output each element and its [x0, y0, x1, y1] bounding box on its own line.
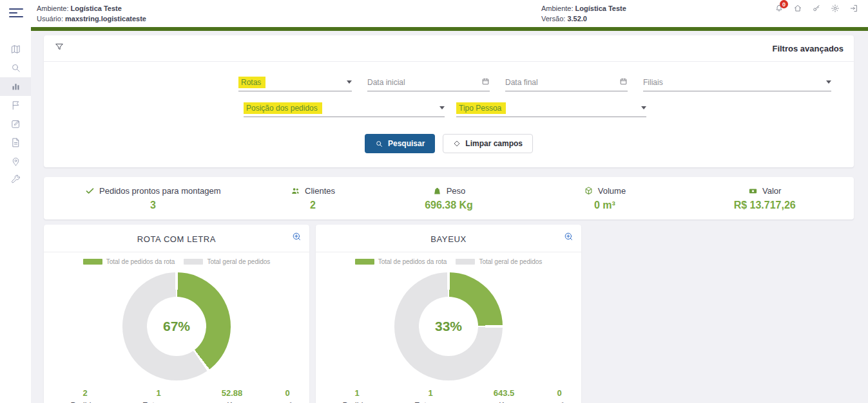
environment-info: Ambiente: Logística Teste Usuário: maxst… [37, 4, 146, 24]
money-icon [748, 186, 758, 196]
clear-fields-button[interactable]: Limpar campos [443, 134, 533, 153]
home-icon[interactable] [791, 2, 804, 15]
weight-icon [432, 186, 442, 196]
document-icon[interactable] [0, 133, 31, 152]
filter-row-2: Posição dos pedidos Tipo Pessoa [244, 102, 854, 117]
search-icon [375, 140, 383, 148]
eraser-icon [453, 140, 461, 147]
gear-icon[interactable] [829, 2, 842, 15]
filter-row-1: Rotas Data inicial Data final Filiais [238, 76, 854, 91]
chevron-down-icon [641, 106, 646, 109]
stat-value: 1 [394, 388, 467, 398]
donut-chart[interactable]: 67% [122, 272, 231, 380]
stat-value: 0 [541, 388, 577, 398]
summary-panel: Pedidos prontos para montagem 3 Clientes… [44, 177, 854, 220]
summary-label: Valor [762, 186, 781, 196]
stat-value: 52.88 [195, 388, 269, 398]
route-card-title: ROTA COM LETRA [137, 234, 216, 244]
summary-valor: Valor R$ 13.717,26 [680, 186, 849, 211]
notification-badge: 0 [780, 0, 788, 8]
filiais-select[interactable]: Filiais [643, 76, 831, 91]
legend-label: Total geral de pedidos [479, 258, 542, 265]
tipo-pessoa-select[interactable]: Tipo Pessoa [456, 102, 646, 117]
summary-value: R$ 13.717,26 [734, 200, 796, 211]
summary-clientes: Clientes 2 [257, 186, 369, 211]
route-charts: ROTA COM LETRA Total de pedidos da rota … [44, 225, 854, 403]
rotas-label: Rotas [238, 77, 265, 88]
usuario-label: Usuário: [37, 15, 63, 23]
data-inicial-label: Data inicial [367, 78, 481, 87]
route-card-rota-com-letra: ROTA COM LETRA Total de pedidos da rota … [44, 225, 309, 403]
top-header: Ambiente: Logística Teste Usuário: maxst… [0, 0, 868, 27]
menu-toggle-icon[interactable] [9, 8, 24, 19]
filter-actions: Pesquisar Limpar campos [44, 117, 854, 167]
route-card-title: BAYEUX [430, 234, 466, 244]
legend-swatch-gray [184, 259, 203, 265]
usuario-value: maxstring.logisticateste [65, 15, 146, 23]
versao-label: Versão: [541, 15, 565, 23]
zoom-in-icon[interactable] [564, 232, 574, 244]
map-pin-icon[interactable] [0, 152, 31, 171]
rotas-select[interactable]: Rotas [238, 76, 352, 91]
ambiente-value: Logística Teste [71, 5, 122, 12]
legend-label: Total geral de pedidos [207, 258, 270, 265]
summary-value: 2 [310, 200, 316, 211]
filter-icon[interactable] [54, 42, 64, 55]
route-stats: 2Pedidos 1Entregas 52.88Kg 0m³ [44, 384, 309, 403]
chevron-down-icon [826, 80, 831, 84]
data-final-input[interactable]: Data final [505, 76, 628, 91]
stat-value: 2 [48, 388, 122, 398]
search-button[interactable]: Pesquisar [365, 134, 435, 153]
summary-value: 3 [150, 200, 156, 211]
stat-value: 1 [320, 388, 394, 398]
stat-value: 643.5 [467, 388, 541, 398]
accent-bar [31, 27, 868, 31]
version-info: Ambiente: Logística Teste Versão: 3.52.0 [541, 4, 626, 24]
wrench-icon[interactable] [0, 171, 31, 189]
legend-swatch-gray [456, 259, 475, 265]
logout-icon[interactable] [847, 2, 860, 15]
bell-icon[interactable]: 0 [773, 2, 786, 15]
check-icon [85, 186, 95, 196]
key-icon[interactable] [810, 2, 823, 15]
bar-chart-icon[interactable] [0, 77, 31, 96]
data-inicial-input[interactable]: Data inicial [367, 76, 490, 91]
search-button-label: Pesquisar [388, 139, 425, 148]
ambiente2-value: Logística Teste [575, 5, 626, 12]
summary-label: Pedidos prontos para montagem [99, 186, 221, 196]
posicao-pedidos-select[interactable]: Posição dos pedidos [244, 102, 445, 117]
edit-icon[interactable] [0, 115, 31, 133]
filters-panel: Filtros avançados Rotas Data inicial Dat… [44, 35, 854, 167]
versao-value: 3.52.0 [567, 15, 587, 23]
calendar-icon[interactable] [619, 77, 628, 88]
summary-volume: Volume 0 m³ [529, 186, 681, 211]
calendar-icon[interactable] [481, 77, 490, 88]
stat-value: 0 [269, 388, 305, 398]
users-icon [291, 186, 300, 196]
donut-center-percent: 33% [435, 319, 462, 334]
routes-icon[interactable] [0, 96, 31, 115]
chart-legend: Total de pedidos da rota Total geral de … [316, 252, 581, 265]
filiais-label: Filiais [643, 78, 822, 87]
summary-value: 696.38 Kg [425, 200, 473, 211]
clear-fields-label: Limpar campos [465, 139, 523, 148]
summary-label: Peso [447, 186, 466, 196]
chevron-down-icon [347, 80, 352, 84]
zoom-in-icon[interactable] [292, 232, 302, 244]
summary-label: Volume [598, 186, 626, 196]
legend-swatch-green [83, 259, 102, 265]
chart-legend: Total de pedidos da rota Total geral de … [44, 252, 309, 265]
tipo-pessoa-label: Tipo Pessoa [456, 102, 506, 114]
map-icon[interactable] [0, 40, 31, 59]
ambiente2-label: Ambiente: [541, 5, 574, 12]
donut-chart[interactable]: 33% [394, 272, 503, 380]
header-icon-bar: 0 [773, 2, 860, 15]
data-final-label: Data final [505, 78, 619, 87]
legend-label: Total de pedidos da rota [106, 258, 175, 265]
main-content: Filtros avançados Rotas Data inicial Dat… [31, 31, 868, 403]
legend-label: Total de pedidos da rota [378, 258, 447, 265]
posicao-pedidos-label: Posição dos pedidos [244, 102, 322, 114]
route-stats: 1Pedidos 1Entregas 643.5Kg 0m³ [316, 384, 581, 403]
search-icon[interactable] [0, 59, 31, 77]
cube-icon [584, 186, 593, 196]
